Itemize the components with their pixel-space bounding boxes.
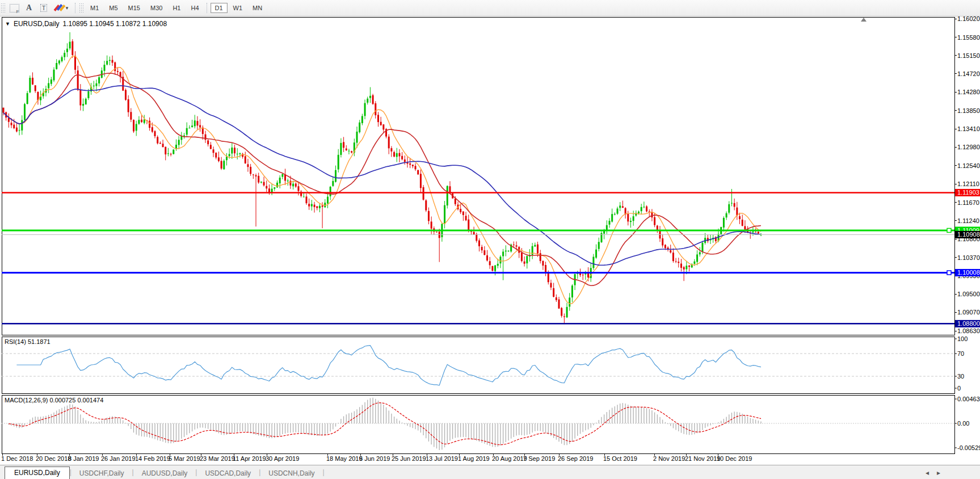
timeframe-toolbar-grip[interactable] (79, 3, 83, 13)
price-tick-label: 1.13850 (957, 107, 980, 114)
text-box-glyph: T (40, 4, 48, 12)
svg-text:1.10908: 1.10908 (957, 231, 980, 238)
price-tick-label: 1.13410 (957, 125, 980, 132)
chart-tab-usdcad[interactable]: USDCAD,Daily (197, 468, 259, 479)
date-tick-label: 26 Jan 2019 (101, 455, 136, 462)
svg-text:-0.005299: -0.005299 (957, 444, 980, 451)
date-tick-label: 10 Dec 2019 (717, 455, 752, 462)
price-tick-label: 1.11670 (957, 199, 979, 206)
date-tick-label: 21 Nov 2019 (685, 455, 720, 462)
chart-tab-eurusd[interactable]: EURUSD,Daily (5, 467, 70, 479)
date-tick-label: 26 Sep 2019 (558, 455, 593, 462)
toolbar-grip[interactable] (1, 3, 5, 13)
timeframe-buttons: M1M5M15M30H1H4D1W1MN (85, 3, 267, 13)
chart-tab-usdchf[interactable]: USDCHF,Daily (71, 468, 132, 479)
macd-label: MACD(12,26,9) 0.000725 0.001474 (5, 397, 103, 404)
date-tick-label: 13 Jul 2019 (426, 455, 458, 462)
svg-text:1.10008: 1.10008 (957, 269, 980, 276)
date-tick-label: 2 Nov 2019 (653, 455, 685, 462)
price-tick-label: 1.12110 (957, 180, 979, 187)
price-tick-label: 1.10370 (957, 254, 980, 261)
date-tick-label: 8 Jan 2019 (68, 455, 99, 462)
date-tick-label: 14 Feb 2019 (135, 455, 170, 462)
date-tick-label: 20 Aug 2019 (492, 455, 527, 462)
price-tick-label: 1.09070 (957, 309, 980, 316)
timeframe-button-mn[interactable]: MN (248, 3, 267, 13)
font-a-glyph: A (26, 3, 32, 12)
chart-tab-bar: EURUSD,Daily|USDCHF,Daily|AUDUSD,Daily|U… (0, 465, 980, 479)
chart-symbol-period: EURUSD,Daily (14, 20, 60, 28)
date-tick-label: 30 Apr 2019 (266, 455, 299, 462)
timeframe-button-m1[interactable]: M1 (86, 3, 103, 13)
price-tick-label: 1.14280 (957, 89, 980, 95)
timeframe-button-m5[interactable]: M5 (104, 3, 122, 13)
date-tick-label: 18 May 2019 (326, 455, 363, 462)
price-tick-label: 1.15580 (957, 34, 980, 41)
chart-ohlc-values: 1.10895 1.10945 1.10872 1.10908 (63, 20, 167, 28)
timeframe-button-d1[interactable]: D1 (211, 3, 228, 13)
date-tick-label: 6 Jun 2019 (359, 455, 390, 462)
grid-f-glyph: F (10, 4, 19, 12)
dropdown-caret-icon[interactable]: ▾ (66, 5, 69, 11)
date-tick-label: 1 Aug 2019 (458, 455, 490, 462)
svg-text:100: 100 (957, 335, 968, 342)
date-tick-label: 1 Dec 2018 (1, 455, 33, 462)
crayons-glyph (56, 4, 65, 12)
font-a-icon[interactable]: A (22, 2, 36, 14)
svg-text:30: 30 (957, 373, 964, 380)
rsi-label: RSI(14) 51.1871 (5, 338, 51, 345)
tab-scroll-right-icon[interactable]: ▸ (937, 469, 940, 477)
date-tick-label: 11 Apr 2019 (233, 455, 266, 462)
trading-platform-window: 1.160201.155801.151501.147201.142801.138… (0, 0, 980, 479)
toolbar-separator (75, 3, 76, 13)
timeframe-button-m15[interactable]: M15 (124, 3, 145, 13)
main-toolbar: F A T ▾ M1M5M15M30H1H4D1W1MN (0, 0, 980, 16)
timeframe-button-h4[interactable]: H4 (186, 3, 203, 13)
date-tick-label: 5 Mar 2019 (169, 455, 200, 462)
crayons-icon[interactable]: ▾ (52, 2, 72, 14)
panel-frames (0, 16, 980, 479)
price-tick-label: 1.14720 (957, 70, 980, 77)
svg-text:0: 0 (957, 385, 961, 392)
price-tick-label: 1.08630 (957, 327, 980, 334)
date-tick-label: 23 Mar 2019 (200, 455, 235, 462)
svg-text:1.11903: 1.11903 (957, 189, 979, 196)
timeframe-separator (207, 3, 208, 13)
price-tick-label: 1.15150 (957, 52, 980, 59)
svg-text:0.00: 0.00 (957, 420, 969, 427)
collapse-triangle-icon[interactable]: ▼ (5, 21, 10, 27)
grid-f-icon[interactable]: F (7, 2, 21, 14)
tab-scroll-left-icon[interactable]: ◂ (926, 469, 929, 477)
tab-separator: | (323, 468, 325, 477)
price-tick-label: 1.12980 (957, 144, 980, 150)
timeframe-button-m30[interactable]: M30 (146, 3, 167, 13)
chart-tab-usdcnh[interactable]: USDCNH,Daily (260, 468, 322, 479)
price-tick-label: 1.12540 (957, 162, 980, 169)
timeframe-button-w1[interactable]: W1 (229, 3, 247, 13)
svg-text:0.00463: 0.00463 (957, 396, 980, 402)
date-tick-label: 25 Jun 2019 (392, 455, 426, 462)
tab-scroll-arrows: ◂▸ (926, 469, 940, 477)
date-tick-label: 15 Oct 2019 (603, 455, 637, 462)
price-tick-label: 1.09500 (957, 291, 980, 297)
chart-canvas[interactable]: 1.160201.155801.151501.147201.142801.138… (0, 0, 980, 479)
timeframe-button-h1[interactable]: H1 (168, 3, 185, 13)
svg-text:70: 70 (957, 350, 964, 357)
chart-tab-audusd[interactable]: AUDUSD,Daily (134, 468, 196, 479)
grid-f-letter: F (16, 9, 19, 14)
price-tick-label: 1.11240 (957, 217, 979, 224)
date-tick-label: 7 Sep 2019 (523, 455, 555, 462)
support-line-green-handle[interactable] (947, 228, 951, 232)
date-tick-label: 20 Dec 2018 (36, 455, 71, 462)
chart-title-overlay: ▼ EURUSD,Daily 1.10895 1.10945 1.10872 1… (5, 20, 167, 28)
text-box-icon[interactable]: T (37, 2, 51, 14)
support-line-blue-handle[interactable] (947, 271, 951, 275)
svg-text:1.08800: 1.08800 (957, 320, 980, 327)
